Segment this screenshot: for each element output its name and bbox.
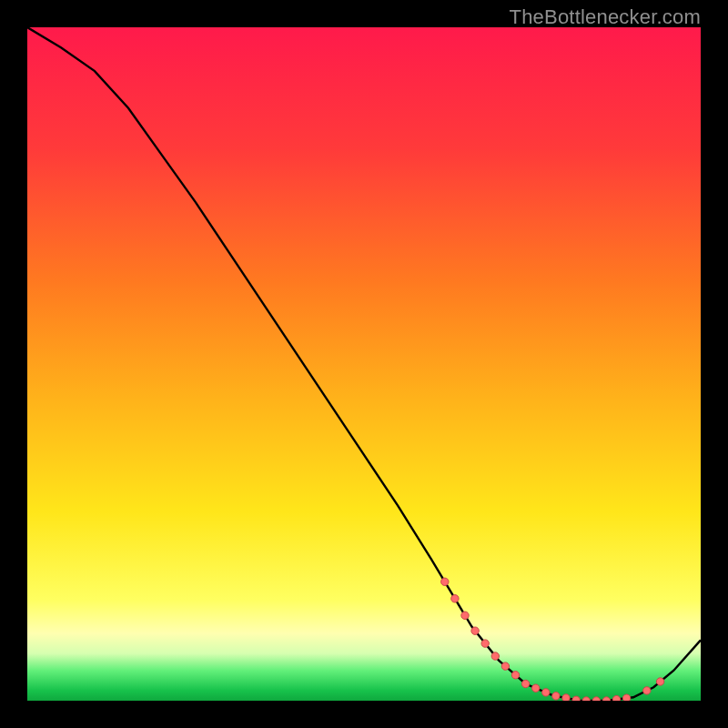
curve-marker: [582, 697, 590, 701]
curve-marker: [451, 595, 459, 602]
curve-marker: [643, 687, 651, 694]
plot-area: [27, 27, 701, 701]
curve-marker: [491, 652, 499, 660]
curve-marker: [481, 640, 489, 647]
curve-marker: [592, 697, 600, 701]
chart-svg: [27, 27, 701, 701]
gradient-background: [27, 27, 701, 701]
curve-marker: [521, 680, 529, 687]
curve-marker: [602, 697, 610, 701]
curve-marker: [562, 694, 570, 701]
chart-stage: TheBottlenecker.com: [0, 0, 728, 728]
curve-marker: [622, 694, 630, 701]
curve-marker: [511, 672, 519, 679]
curve-marker: [656, 678, 663, 685]
curve-marker: [471, 627, 479, 634]
curve-marker: [532, 684, 540, 692]
curve-marker: [542, 689, 550, 696]
curve-marker: [461, 612, 469, 619]
curve-marker: [612, 695, 620, 701]
curve-marker: [501, 662, 509, 670]
attribution-text: TheBottlenecker.com: [510, 5, 701, 29]
curve-marker: [441, 578, 449, 585]
curve-marker: [552, 693, 560, 700]
curve-marker: [572, 696, 580, 701]
